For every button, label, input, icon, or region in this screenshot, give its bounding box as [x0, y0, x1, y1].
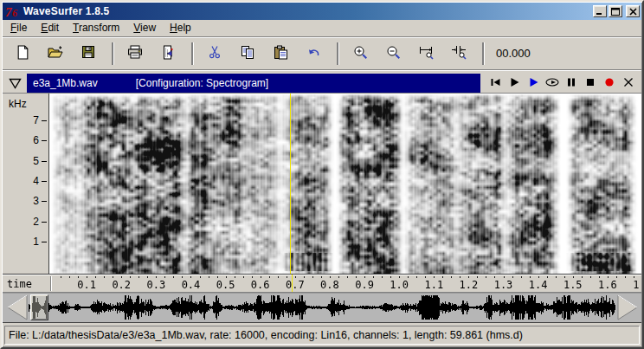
properties-button[interactable]: [155, 42, 181, 66]
zoom-in-icon: [353, 45, 368, 62]
waveform-canvas[interactable]: [29, 294, 615, 320]
cut-button[interactable]: [202, 42, 228, 66]
time-tick-label: 1.5: [561, 279, 585, 291]
scissors-icon: [208, 45, 222, 61]
status-bar: File: L:/data/thesisData/e3/e3a_1Mb.wav,…: [3, 323, 641, 346]
minimize-icon: [596, 8, 604, 16]
save-file-button[interactable]: [75, 42, 101, 66]
arrow-right-icon: [616, 294, 640, 320]
playback-cursor[interactable]: [290, 94, 291, 274]
paste-button[interactable]: [267, 42, 293, 66]
time-tick-label: 0.5: [214, 279, 238, 291]
zoom-out-icon: [386, 45, 401, 62]
svg-text:7: 7: [5, 5, 12, 18]
pane-title-bar[interactable]: e3a_1Mb.wav [Configuration: Spectrogram]: [27, 74, 480, 93]
time-tick-label: 1.3: [492, 279, 516, 291]
zoom-out-button[interactable]: [380, 42, 406, 66]
freq-label-3: 3: [22, 195, 39, 207]
spectrogram-canvas[interactable]: [49, 94, 641, 274]
stop-icon: [585, 77, 596, 90]
save-floppy-icon: [81, 45, 95, 61]
goto-start-button[interactable]: [486, 74, 505, 92]
freq-tick: [42, 201, 47, 202]
freq-label-4: 4: [22, 175, 39, 187]
time-tick-label: 1.4: [526, 279, 551, 291]
loop-play-button[interactable]: [543, 74, 562, 92]
zoom-fit-icon: [451, 45, 467, 62]
play-icon: [528, 77, 539, 90]
maximize-button[interactable]: [609, 5, 622, 17]
freq-tick: [42, 181, 47, 182]
freq-label-1: 1: [22, 236, 39, 248]
freq-label-6: 6: [22, 134, 39, 146]
pause-icon: [566, 77, 576, 90]
undo-arrow-icon: [306, 46, 321, 61]
menu-item-edit[interactable]: Edit: [34, 20, 66, 36]
play-icon: [509, 77, 520, 90]
wavesurfer-logo-icon: 7 6: [5, 5, 21, 18]
svg-text:6: 6: [12, 7, 17, 18]
freq-label-7: 7: [22, 114, 39, 126]
zoom-in-button[interactable]: [347, 42, 373, 66]
frequency-axis: kHz 7654321: [3, 94, 48, 274]
spectrogram-view[interactable]: [48, 94, 641, 274]
status-text: File: L:/data/thesisData/e3/e3a_1Mb.wav,…: [9, 329, 523, 341]
time-axis[interactable]: time 0.10.20.30.40.50.60.70.80.91.01.11.…: [3, 275, 641, 293]
toolbar: 00.000: [3, 36, 641, 70]
waveform-scroll-strip: [3, 293, 641, 323]
record-icon: [604, 77, 615, 90]
open-folder-icon: [48, 45, 63, 61]
record-button[interactable]: [600, 74, 619, 92]
menu-item-view[interactable]: View: [126, 20, 163, 36]
undo-button[interactable]: [300, 42, 326, 66]
loop-play-icon: [545, 77, 559, 90]
collapse-triangle-icon: [9, 78, 22, 89]
time-display: 00.000: [496, 47, 531, 60]
freq-tick: [42, 222, 47, 223]
scroll-left-button[interactable]: [4, 294, 29, 320]
time-tick-label: 1.1: [422, 279, 446, 291]
new-file-button[interactable]: [10, 42, 35, 66]
freq-tick: [42, 242, 47, 242]
copy-pages-icon: [241, 45, 255, 62]
waveform-overview[interactable]: [29, 294, 615, 320]
minimize-button[interactable]: [593, 5, 607, 17]
wavesurfer-window: 7 6 WaveSurfer 1.8.5 FileEditTransformVi…: [0, 0, 644, 349]
zoom-fit-button[interactable]: [446, 42, 472, 66]
stop-button[interactable]: [581, 74, 600, 92]
play-button[interactable]: [505, 74, 524, 92]
pane-configuration: [Configuration: Spectrogram]: [136, 77, 268, 89]
open-file-button[interactable]: [42, 42, 68, 66]
transport-controls: [480, 74, 641, 93]
title-bar[interactable]: 7 6 WaveSurfer 1.8.5: [3, 3, 641, 20]
play-from-cursor-button[interactable]: [524, 74, 543, 92]
copy-button[interactable]: [235, 42, 261, 66]
close-pane-button[interactable]: [619, 74, 638, 92]
scroll-thumb[interactable]: [30, 294, 48, 320]
close-pane-icon: [623, 77, 634, 90]
printer-icon: [127, 45, 143, 61]
collapse-pane-button[interactable]: [3, 74, 27, 93]
time-tick-label: 1.2: [456, 279, 480, 291]
time-tick-label: 0.1: [74, 279, 99, 291]
toolbar-separator: [482, 42, 484, 65]
spectrogram-panel: kHz 7654321: [3, 93, 641, 275]
menu-item-transform[interactable]: Transform: [66, 20, 126, 36]
menu-item-help[interactable]: Help: [163, 20, 198, 36]
menu-item-file[interactable]: File: [3, 20, 34, 36]
toolbar-separator: [112, 42, 113, 65]
zoom-selection-button[interactable]: [413, 42, 439, 66]
time-tick-label: 0.2: [109, 279, 133, 291]
freq-label-5: 5: [22, 155, 39, 167]
print-button[interactable]: [122, 42, 148, 66]
pane-filename: e3a_1Mb.wav: [33, 77, 98, 89]
window-title: WaveSurfer 1.8.5: [23, 5, 591, 17]
close-button[interactable]: [626, 5, 640, 17]
scroll-right-button[interactable]: [615, 294, 640, 320]
time-tick-label: 0.6: [248, 279, 273, 291]
close-icon: [629, 8, 637, 16]
menu-bar: FileEditTransformViewHelp: [3, 20, 641, 36]
new-document-icon: [16, 45, 30, 62]
pause-button[interactable]: [562, 74, 581, 92]
freq-tick: [42, 120, 47, 121]
